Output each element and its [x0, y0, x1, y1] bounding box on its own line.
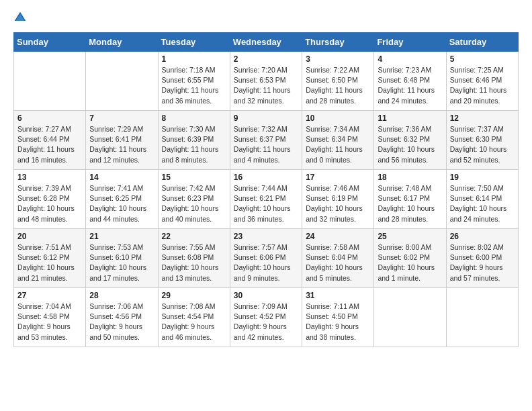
- calendar-cell: 27Sunrise: 7:04 AM Sunset: 4:58 PM Dayli…: [14, 288, 86, 347]
- calendar-cell: 29Sunrise: 7:08 AM Sunset: 4:54 PM Dayli…: [158, 288, 230, 347]
- calendar-cell: 17Sunrise: 7:46 AM Sunset: 6:19 PM Dayli…: [302, 170, 374, 229]
- day-number: 8: [162, 113, 226, 123]
- day-number: 20: [17, 232, 82, 241]
- day-info: Sunrise: 7:55 AM Sunset: 6:08 PM Dayligh…: [162, 242, 226, 283]
- day-info: Sunrise: 7:32 AM Sunset: 6:37 PM Dayligh…: [234, 124, 298, 165]
- weekday-header-tuesday: Tuesday: [158, 33, 230, 52]
- calendar-cell: 11Sunrise: 7:36 AM Sunset: 6:32 PM Dayli…: [374, 111, 446, 170]
- day-info: Sunrise: 7:25 AM Sunset: 6:46 PM Dayligh…: [450, 65, 515, 106]
- day-info: Sunrise: 7:30 AM Sunset: 6:39 PM Dayligh…: [162, 124, 226, 165]
- weekday-header-monday: Monday: [86, 33, 158, 52]
- weekday-header-friday: Friday: [374, 33, 446, 52]
- week-row-2: 6Sunrise: 7:27 AM Sunset: 6:44 PM Daylig…: [14, 111, 519, 170]
- calendar-cell: 20Sunrise: 7:51 AM Sunset: 6:12 PM Dayli…: [14, 229, 86, 288]
- day-info: Sunrise: 7:37 AM Sunset: 6:30 PM Dayligh…: [450, 124, 515, 165]
- calendar-cell: 24Sunrise: 7:58 AM Sunset: 6:04 PM Dayli…: [302, 229, 374, 288]
- day-info: Sunrise: 8:00 AM Sunset: 6:02 PM Dayligh…: [378, 242, 442, 283]
- day-number: 16: [234, 173, 298, 182]
- calendar-cell: 5Sunrise: 7:25 AM Sunset: 6:46 PM Daylig…: [446, 52, 518, 111]
- week-row-3: 13Sunrise: 7:39 AM Sunset: 6:28 PM Dayli…: [14, 170, 519, 229]
- day-number: 30: [234, 291, 298, 300]
- calendar-cell: 10Sunrise: 7:34 AM Sunset: 6:34 PM Dayli…: [302, 111, 374, 170]
- day-number: 18: [378, 173, 442, 182]
- day-info: Sunrise: 7:58 AM Sunset: 6:04 PM Dayligh…: [306, 242, 370, 283]
- calendar-table: SundayMondayTuesdayWednesdayThursdayFrid…: [13, 32, 519, 347]
- calendar-cell: 14Sunrise: 7:41 AM Sunset: 6:25 PM Dayli…: [86, 170, 158, 229]
- day-number: 3: [306, 54, 370, 64]
- day-info: Sunrise: 7:08 AM Sunset: 4:54 PM Dayligh…: [162, 302, 226, 342]
- day-number: 9: [234, 113, 298, 123]
- day-number: 15: [162, 173, 226, 182]
- calendar-cell: 1Sunrise: 7:18 AM Sunset: 6:55 PM Daylig…: [158, 52, 230, 111]
- day-info: Sunrise: 7:20 AM Sunset: 6:53 PM Dayligh…: [234, 65, 298, 106]
- calendar-cell: 12Sunrise: 7:37 AM Sunset: 6:30 PM Dayli…: [446, 111, 518, 170]
- calendar-cell: 30Sunrise: 7:09 AM Sunset: 4:52 PM Dayli…: [230, 288, 302, 347]
- day-number: 7: [89, 113, 154, 123]
- day-number: 11: [378, 113, 442, 123]
- day-info: Sunrise: 7:44 AM Sunset: 6:21 PM Dayligh…: [234, 183, 298, 224]
- calendar-cell: 31Sunrise: 7:11 AM Sunset: 4:50 PM Dayli…: [302, 288, 374, 347]
- calendar-cell: 6Sunrise: 7:27 AM Sunset: 6:44 PM Daylig…: [14, 111, 86, 170]
- weekday-header-row: SundayMondayTuesdayWednesdayThursdayFrid…: [14, 33, 519, 52]
- week-row-5: 27Sunrise: 7:04 AM Sunset: 4:58 PM Dayli…: [14, 288, 519, 347]
- day-info: Sunrise: 7:23 AM Sunset: 6:48 PM Dayligh…: [378, 65, 442, 106]
- calendar-cell: 23Sunrise: 7:57 AM Sunset: 6:06 PM Dayli…: [230, 229, 302, 288]
- day-number: 14: [89, 173, 154, 182]
- day-info: Sunrise: 7:36 AM Sunset: 6:32 PM Dayligh…: [378, 124, 442, 165]
- day-number: 29: [162, 291, 226, 300]
- day-info: Sunrise: 7:29 AM Sunset: 6:41 PM Dayligh…: [89, 124, 154, 165]
- day-number: 4: [378, 54, 442, 64]
- day-number: 19: [450, 173, 515, 182]
- day-number: 2: [234, 54, 298, 64]
- calendar-cell: 26Sunrise: 8:02 AM Sunset: 6:00 PM Dayli…: [446, 229, 518, 288]
- day-number: 22: [162, 232, 226, 241]
- day-info: Sunrise: 7:34 AM Sunset: 6:34 PM Dayligh…: [306, 124, 370, 165]
- day-info: Sunrise: 7:04 AM Sunset: 4:58 PM Dayligh…: [17, 302, 82, 342]
- calendar-cell: [14, 52, 86, 111]
- day-number: 17: [306, 173, 370, 182]
- calendar-cell: 3Sunrise: 7:22 AM Sunset: 6:50 PM Daylig…: [302, 52, 374, 111]
- day-info: Sunrise: 7:27 AM Sunset: 6:44 PM Dayligh…: [17, 124, 82, 165]
- day-info: Sunrise: 7:06 AM Sunset: 4:56 PM Dayligh…: [89, 302, 154, 342]
- calendar-cell: 13Sunrise: 7:39 AM Sunset: 6:28 PM Dayli…: [14, 170, 86, 229]
- day-number: 31: [306, 291, 370, 300]
- logo-icon: [13, 11, 27, 24]
- weekday-header-sunday: Sunday: [14, 33, 86, 52]
- calendar-cell: 15Sunrise: 7:42 AM Sunset: 6:23 PM Dayli…: [158, 170, 230, 229]
- day-info: Sunrise: 7:57 AM Sunset: 6:06 PM Dayligh…: [234, 242, 298, 283]
- calendar-cell: 21Sunrise: 7:53 AM Sunset: 6:10 PM Dayli…: [86, 229, 158, 288]
- calendar-cell: 18Sunrise: 7:48 AM Sunset: 6:17 PM Dayli…: [374, 170, 446, 229]
- day-info: Sunrise: 7:39 AM Sunset: 6:28 PM Dayligh…: [17, 183, 82, 224]
- day-number: 28: [89, 291, 154, 300]
- day-info: Sunrise: 7:53 AM Sunset: 6:10 PM Dayligh…: [89, 242, 154, 283]
- calendar-cell: 16Sunrise: 7:44 AM Sunset: 6:21 PM Dayli…: [230, 170, 302, 229]
- day-info: Sunrise: 7:50 AM Sunset: 6:14 PM Dayligh…: [450, 183, 515, 224]
- calendar-cell: [446, 288, 518, 347]
- calendar-cell: 25Sunrise: 8:00 AM Sunset: 6:02 PM Dayli…: [374, 229, 446, 288]
- calendar-cell: 4Sunrise: 7:23 AM Sunset: 6:48 PM Daylig…: [374, 52, 446, 111]
- day-number: 23: [234, 232, 298, 241]
- day-info: Sunrise: 7:51 AM Sunset: 6:12 PM Dayligh…: [17, 242, 82, 283]
- day-number: 27: [17, 291, 82, 300]
- weekday-header-saturday: Saturday: [446, 33, 518, 52]
- week-row-1: 1Sunrise: 7:18 AM Sunset: 6:55 PM Daylig…: [14, 52, 519, 111]
- day-number: 21: [89, 232, 154, 241]
- day-number: 13: [17, 173, 82, 182]
- day-info: Sunrise: 7:09 AM Sunset: 4:52 PM Dayligh…: [234, 302, 298, 342]
- weekday-header-wednesday: Wednesday: [230, 33, 302, 52]
- day-info: Sunrise: 7:22 AM Sunset: 6:50 PM Dayligh…: [306, 65, 370, 106]
- day-info: Sunrise: 7:18 AM Sunset: 6:55 PM Dayligh…: [162, 65, 226, 106]
- day-number: 1: [162, 54, 226, 64]
- weekday-header-thursday: Thursday: [302, 33, 374, 52]
- calendar-cell: 8Sunrise: 7:30 AM Sunset: 6:39 PM Daylig…: [158, 111, 230, 170]
- day-info: Sunrise: 7:46 AM Sunset: 6:19 PM Dayligh…: [306, 183, 370, 224]
- day-number: 25: [378, 232, 442, 241]
- day-number: 5: [450, 54, 515, 64]
- calendar-cell: 22Sunrise: 7:55 AM Sunset: 6:08 PM Dayli…: [158, 229, 230, 288]
- day-info: Sunrise: 7:42 AM Sunset: 6:23 PM Dayligh…: [162, 183, 226, 224]
- calendar-cell: 2Sunrise: 7:20 AM Sunset: 6:53 PM Daylig…: [230, 52, 302, 111]
- calendar-cell: 19Sunrise: 7:50 AM Sunset: 6:14 PM Dayli…: [446, 170, 518, 229]
- calendar-cell: [86, 52, 158, 111]
- calendar-cell: 7Sunrise: 7:29 AM Sunset: 6:41 PM Daylig…: [86, 111, 158, 170]
- day-info: Sunrise: 8:02 AM Sunset: 6:00 PM Dayligh…: [450, 242, 515, 283]
